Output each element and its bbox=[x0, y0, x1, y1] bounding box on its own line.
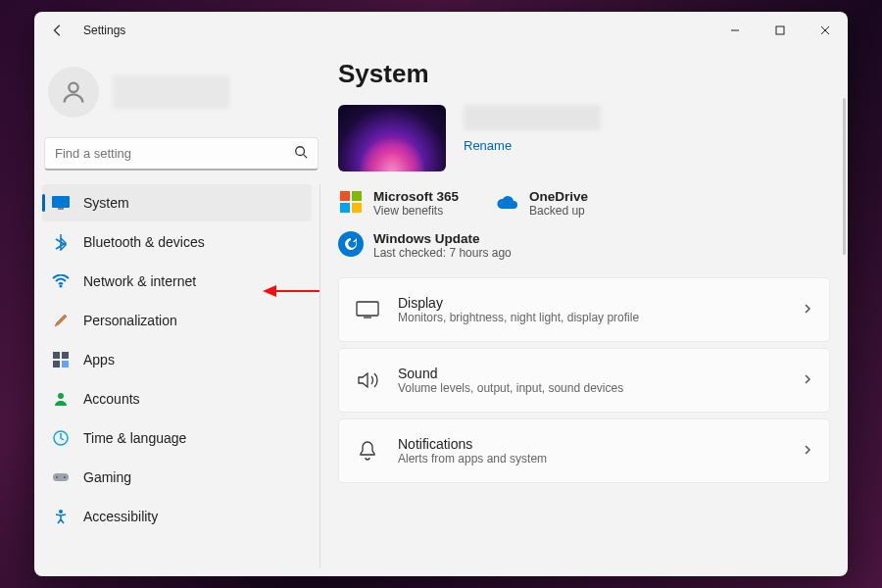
windows-update-status[interactable]: Windows Update Last checked: 7 hours ago bbox=[338, 231, 830, 260]
desktop-wallpaper-thumb[interactable] bbox=[338, 105, 446, 172]
gamepad-icon bbox=[52, 468, 70, 486]
svg-point-10 bbox=[58, 393, 64, 399]
svg-point-13 bbox=[56, 476, 58, 478]
sidebar-item-label: Bluetooth & devices bbox=[83, 234, 205, 250]
user-account-row[interactable] bbox=[42, 57, 320, 131]
onedrive-icon bbox=[494, 189, 519, 215]
chevron-right-icon bbox=[802, 442, 813, 460]
sound-icon bbox=[355, 368, 380, 393]
rename-link[interactable]: Rename bbox=[464, 138, 512, 153]
user-name-redacted bbox=[113, 75, 230, 109]
back-button[interactable] bbox=[48, 21, 68, 40]
microsoft365-status[interactable]: Microsoft 365 View benefits bbox=[338, 189, 459, 218]
card-title: Display bbox=[398, 295, 639, 311]
svg-point-14 bbox=[64, 476, 66, 478]
system-icon bbox=[52, 194, 70, 212]
search-icon bbox=[294, 145, 308, 163]
wifi-icon bbox=[52, 272, 70, 290]
update-icon bbox=[338, 231, 364, 257]
sidebar-item-apps[interactable]: Apps bbox=[42, 341, 312, 378]
sidebar-item-label: Network & internet bbox=[83, 273, 196, 289]
sidebar-item-gaming[interactable]: Gaming bbox=[42, 459, 312, 496]
bell-icon bbox=[355, 438, 380, 464]
sidebar-nav: System Bluetooth & devices Network & int… bbox=[42, 184, 320, 568]
bluetooth-icon bbox=[52, 233, 70, 251]
card-sub: Volume levels, output, input, sound devi… bbox=[398, 381, 623, 395]
svg-rect-4 bbox=[58, 208, 64, 210]
status-sub: Last checked: 7 hours ago bbox=[373, 246, 512, 260]
globe-clock-icon bbox=[52, 429, 70, 447]
status-sub: Backed up bbox=[529, 204, 588, 218]
card-sub: Monitors, brightness, night light, displ… bbox=[398, 311, 639, 324]
settings-card-display[interactable]: Display Monitors, brightness, night ligh… bbox=[338, 277, 830, 342]
sidebar-item-time-language[interactable]: Time & language bbox=[42, 419, 312, 457]
svg-rect-6 bbox=[53, 352, 60, 359]
person-icon bbox=[52, 390, 70, 408]
minimize-button[interactable] bbox=[712, 15, 758, 46]
sidebar-item-accounts[interactable]: Accounts bbox=[42, 380, 312, 417]
display-icon bbox=[355, 297, 380, 322]
settings-card-notifications[interactable]: Notifications Alerts from apps and syste… bbox=[338, 418, 830, 483]
svg-rect-3 bbox=[52, 196, 70, 208]
sidebar-item-label: Accounts bbox=[83, 391, 140, 407]
svg-point-15 bbox=[59, 510, 63, 514]
card-sub: Alerts from apps and system bbox=[398, 452, 547, 466]
apps-icon bbox=[52, 351, 70, 368]
sidebar-item-bluetooth[interactable]: Bluetooth & devices bbox=[42, 223, 312, 261]
sidebar-item-accessibility[interactable]: Accessibility bbox=[42, 498, 312, 535]
card-title: Sound bbox=[398, 366, 623, 381]
sidebar-item-label: Accessibility bbox=[83, 509, 158, 524]
settings-card-sound[interactable]: Sound Volume levels, output, input, soun… bbox=[338, 348, 830, 413]
page-title: System bbox=[338, 59, 830, 89]
status-title: Microsoft 365 bbox=[373, 189, 459, 204]
status-sub: View benefits bbox=[373, 204, 459, 218]
svg-rect-0 bbox=[776, 26, 784, 34]
sidebar-item-label: System bbox=[83, 195, 129, 211]
svg-rect-7 bbox=[62, 352, 69, 359]
device-info-row: Rename bbox=[338, 105, 830, 172]
card-title: Notifications bbox=[398, 436, 547, 452]
sidebar-item-label: Time & language bbox=[83, 430, 186, 446]
sidebar-item-label: Apps bbox=[83, 352, 115, 368]
accessibility-icon bbox=[52, 508, 70, 525]
search-input[interactable] bbox=[55, 146, 294, 161]
chevron-right-icon bbox=[802, 371, 813, 389]
avatar bbox=[48, 67, 99, 118]
sidebar-item-personalization[interactable]: Personalization bbox=[42, 302, 312, 339]
sidebar-item-network[interactable]: Network & internet bbox=[42, 263, 312, 300]
main-content: System Rename Microsoft 365 View benefit… bbox=[328, 49, 848, 576]
settings-window: Settings bbox=[34, 12, 848, 576]
svg-point-5 bbox=[60, 285, 63, 288]
titlebar: Settings bbox=[34, 12, 848, 49]
status-title: OneDrive bbox=[529, 189, 588, 204]
svg-point-2 bbox=[296, 146, 305, 155]
svg-rect-17 bbox=[357, 302, 378, 316]
svg-rect-12 bbox=[53, 473, 69, 481]
microsoft-logo-icon bbox=[338, 189, 364, 215]
scrollbar[interactable] bbox=[843, 98, 846, 255]
status-title: Windows Update bbox=[373, 231, 512, 246]
maximize-button[interactable] bbox=[758, 15, 803, 46]
sidebar-item-label: Gaming bbox=[83, 469, 131, 485]
search-box[interactable] bbox=[44, 137, 318, 171]
onedrive-status[interactable]: OneDrive Backed up bbox=[494, 189, 588, 218]
chevron-right-icon bbox=[802, 301, 813, 318]
svg-rect-8 bbox=[53, 361, 60, 368]
window-title: Settings bbox=[83, 24, 125, 37]
close-button[interactable] bbox=[803, 15, 848, 46]
svg-point-1 bbox=[69, 83, 77, 92]
window-controls bbox=[712, 15, 848, 46]
device-name-redacted bbox=[464, 105, 601, 130]
sidebar-item-label: Personalization bbox=[83, 313, 177, 328]
paintbrush-icon bbox=[52, 312, 70, 329]
svg-rect-9 bbox=[62, 361, 69, 368]
sidebar: System Bluetooth & devices Network & int… bbox=[34, 49, 328, 576]
sidebar-item-system[interactable]: System bbox=[42, 184, 312, 221]
